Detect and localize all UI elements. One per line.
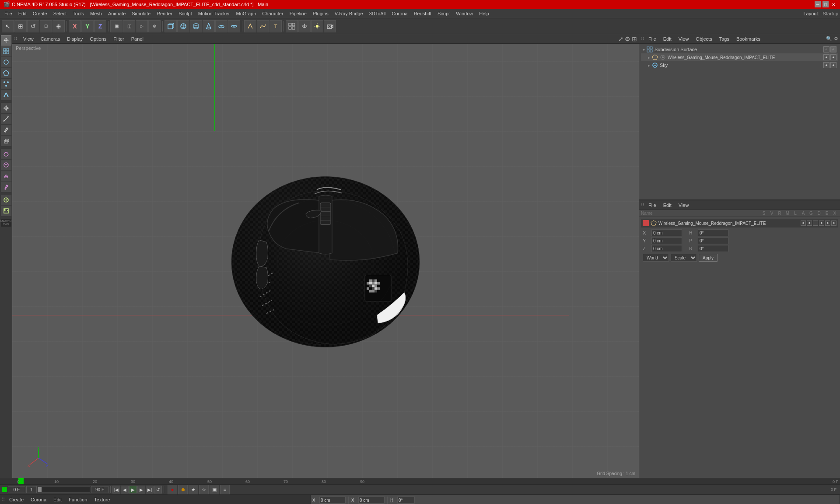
playhead[interactable] — [38, 487, 42, 492]
measure-tool[interactable] — [1, 114, 11, 124]
om-edit-btn[interactable]: Edit — [661, 36, 674, 42]
om-tags-btn[interactable]: Tags — [717, 36, 732, 42]
om-sky-vis[interactable]: ● — [823, 62, 830, 68]
am-flag-3[interactable] — [813, 220, 818, 226]
camera-tool[interactable] — [324, 20, 336, 32]
close-button[interactable]: ✕ — [830, 1, 836, 7]
om-objects-btn[interactable]: Objects — [693, 36, 714, 42]
apply-button[interactable]: Apply — [699, 254, 718, 262]
am-flag-2[interactable]: ● — [807, 220, 812, 226]
coord-scale-dropdown[interactable]: Scale Size — [671, 254, 697, 262]
move-tool[interactable]: ⊞ — [14, 20, 27, 32]
vp-display-btn[interactable]: Display — [64, 36, 85, 42]
menu-file[interactable]: File — [2, 10, 15, 17]
end-frame-input[interactable] — [91, 486, 108, 493]
extrude-tool[interactable] — [1, 136, 11, 146]
viewport-3d[interactable]: Perspective — [12, 44, 639, 478]
menu-character[interactable]: Character — [259, 10, 286, 17]
tool-z[interactable]: Z — [94, 20, 106, 32]
am-view-btn[interactable]: View — [676, 202, 692, 208]
mat-function-btn[interactable]: Function — [66, 497, 90, 503]
menu-vray[interactable]: V-Ray Bridge — [332, 10, 366, 17]
torus-tool[interactable] — [215, 20, 228, 32]
paint-tool[interactable] — [1, 182, 11, 192]
key-sel-btn[interactable]: ☆ — [199, 485, 209, 494]
camera-frame[interactable]: ◫ — [123, 20, 135, 32]
menu-simulate[interactable]: Simulate — [129, 10, 153, 17]
sculpt-inflate[interactable] — [1, 171, 11, 181]
sculpt-grab[interactable] — [1, 149, 11, 159]
menu-sculpt[interactable]: Sculpt — [176, 10, 195, 17]
menu-animate[interactable]: Animate — [105, 10, 128, 17]
mat-create-btn[interactable]: Create — [7, 497, 26, 503]
frame-step-input[interactable] — [26, 486, 37, 493]
menu-redshift[interactable]: Redshift — [411, 10, 434, 17]
key-all-btn[interactable]: ★ — [189, 485, 198, 494]
vp-filter-btn[interactable]: Filter — [111, 36, 126, 42]
scale-h-input[interactable] — [397, 497, 415, 504]
cube-tool[interactable] — [164, 20, 177, 32]
polygon-tool[interactable]: ▣ — [110, 20, 122, 32]
maximize-button[interactable]: □ — [822, 1, 829, 7]
rotate-tool[interactable]: ↺ — [27, 20, 39, 32]
menu-pipeline[interactable]: Pipeline — [287, 10, 309, 17]
om-expand-arrow[interactable]: ▾ — [643, 47, 645, 52]
coord-h-input[interactable] — [698, 229, 728, 236]
om-bookmarks-btn[interactable]: Bookmarks — [734, 36, 763, 42]
menu-render[interactable]: Render — [154, 10, 175, 17]
am-object-row[interactable]: Wireless_Gaming_Mouse_Reddragon_IMPACT_E… — [641, 219, 838, 228]
om-render-btn[interactable]: ✓ — [830, 46, 836, 52]
coord-b-input[interactable] — [698, 245, 728, 252]
next-frame-btn[interactable]: ▶ — [137, 486, 145, 494]
array-tool[interactable] — [286, 20, 298, 32]
coord-space-dropdown[interactable]: World Object Local — [643, 254, 669, 262]
menu-window[interactable]: Window — [453, 10, 476, 17]
om-item-subdivision[interactable]: ▾ Subdivision Surface ✓ ✓ — [641, 46, 838, 53]
material-manager[interactable] — [1, 195, 11, 205]
cone-tool[interactable] — [203, 20, 215, 32]
disc-tool[interactable] — [228, 20, 240, 32]
menu-mesh[interactable]: Mesh — [88, 10, 105, 17]
tool-y[interactable]: Y — [81, 20, 94, 32]
poly-mode[interactable] — [1, 68, 11, 78]
auto-key-btn[interactable]: ⏺ — [178, 485, 188, 494]
coord-x-input[interactable] — [651, 229, 682, 236]
cylinder-tool[interactable] — [190, 20, 202, 32]
record-btn[interactable]: ● — [168, 485, 177, 494]
knife-tool[interactable] — [1, 125, 11, 135]
am-flag-5[interactable]: ● — [825, 220, 830, 226]
play-next-btn[interactable]: ▶| — [146, 486, 154, 494]
coord-z-input[interactable] — [651, 245, 682, 252]
om-sky-render[interactable]: ● — [830, 62, 836, 68]
current-frame-input[interactable] — [8, 486, 25, 493]
menu-corona[interactable]: Corona — [389, 10, 410, 17]
am-flag-1[interactable]: ● — [801, 220, 806, 226]
vp-cameras-btn[interactable]: Cameras — [38, 36, 63, 42]
loop-btn[interactable]: ↺ — [154, 486, 162, 494]
playhead-track[interactable] — [38, 486, 90, 493]
tool-x[interactable]: X — [69, 20, 81, 32]
menu-help[interactable]: Help — [476, 10, 492, 17]
point-mode[interactable] — [1, 79, 11, 89]
am-edit-btn[interactable]: Edit — [661, 202, 674, 208]
am-flag-6[interactable]: ● — [831, 220, 836, 226]
render-all[interactable]: ⊛ — [148, 20, 161, 32]
om-mouse-vis[interactable]: ● — [823, 54, 830, 60]
snap-tool[interactable] — [1, 103, 11, 113]
om-search-btn[interactable]: 🔍 — [826, 36, 832, 42]
symmetry-tool[interactable] — [298, 20, 311, 32]
mat-texture-btn[interactable]: Texture — [91, 497, 112, 503]
grid-tool[interactable] — [1, 46, 11, 56]
sphere-tool[interactable] — [177, 20, 189, 32]
motion-clips-btn[interactable]: ▣ — [210, 485, 219, 494]
select-tool[interactable]: ↖ — [2, 20, 14, 32]
maximize-viewport-btn[interactable]: ⤢ — [618, 35, 623, 42]
om-config-btn[interactable]: ⚙ — [834, 36, 838, 42]
vp-view-btn[interactable]: View — [21, 36, 36, 42]
vp-options-btn[interactable]: Options — [87, 36, 109, 42]
object-mode[interactable] — [1, 57, 11, 67]
play-btn[interactable]: ▶ — [129, 486, 137, 494]
om-item-sky[interactable]: ▸ Sky ● ● — [641, 61, 838, 69]
render-active[interactable]: ▷ — [136, 20, 148, 32]
coord-p-input[interactable] — [698, 237, 728, 244]
